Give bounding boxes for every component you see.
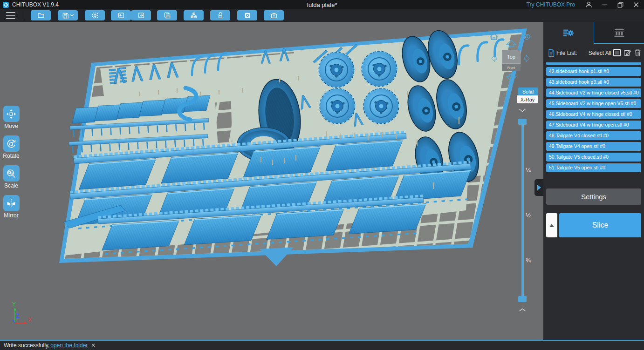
toolbox-button[interactable] — [264, 10, 284, 20]
file-item[interactable]: 48.Tailgate V4 closed.stl #0 — [546, 131, 641, 140]
status-close-icon[interactable]: ✕ — [91, 342, 96, 349]
arrange-icon — [190, 12, 198, 19]
capture-button[interactable] — [85, 10, 105, 20]
tab-supports[interactable] — [594, 22, 644, 44]
close-icon — [633, 2, 639, 7]
undo-button[interactable] — [111, 10, 131, 20]
chevron-down-icon — [519, 108, 526, 112]
settings-list-icon — [563, 28, 574, 38]
view-down-arrow[interactable] — [506, 74, 517, 82]
file-item[interactable]: 43.sideboard hook p3.stl #0 — [546, 78, 641, 87]
tool-rotate-label: Rotate — [1, 153, 21, 159]
file-item[interactable]: 44.Sideboard V2 w hinge closed v5.stl #0 — [546, 88, 641, 97]
file-item[interactable]: 45.Sideboard V2 w hinge open V5.stl #0 — [546, 99, 641, 108]
panel-collapse-button[interactable] — [534, 179, 543, 196]
view-up-arrow[interactable] — [506, 40, 517, 47]
redo-icon — [137, 12, 145, 19]
mirror-icon — [6, 198, 16, 209]
tool-scale[interactable]: Scale — [1, 165, 21, 189]
close-button[interactable] — [628, 0, 644, 9]
file-item-partial[interactable] — [546, 62, 641, 65]
tab-prepare-settings[interactable] — [543, 22, 594, 44]
open-file-button[interactable] — [31, 10, 51, 20]
delete-button[interactable] — [634, 49, 641, 57]
arrow-down-icon — [506, 74, 517, 82]
file-item[interactable]: 49.Tailgate V4 open.stl #0 — [546, 142, 641, 151]
view-cube-top-face[interactable]: Top — [502, 50, 521, 64]
screenshot-icon — [91, 12, 99, 19]
select-all-checkbox[interactable] — [613, 49, 621, 56]
account-button[interactable] — [581, 0, 596, 9]
file-item[interactable]: 47.Sideboard V4 w hinge open.stl #0 — [546, 121, 641, 129]
app-title: CHITUBOX V1.9.4 — [12, 1, 59, 8]
open-folder-link[interactable]: open the folder — [50, 342, 88, 349]
trash-icon — [634, 49, 641, 57]
file-item[interactable]: 50.Tailgate V5 closed.stl #0 — [546, 153, 641, 162]
home-icon — [489, 33, 499, 40]
file-list-icon — [548, 49, 555, 57]
chevron-up-icon — [519, 308, 526, 312]
tool-rotate[interactable]: Rotate — [1, 135, 21, 159]
axis-indicator: Y Z X — [7, 300, 40, 326]
slider-mark-half: ½ — [526, 212, 531, 219]
rename-button[interactable] — [623, 49, 631, 57]
resin-settings-button[interactable] — [210, 10, 230, 20]
scale-icon — [6, 168, 16, 179]
triangle-up-icon — [549, 224, 554, 227]
undo-icon — [117, 12, 125, 19]
minimize-icon — [602, 2, 607, 7]
slice-button[interactable]: Slice — [559, 213, 641, 237]
select-all-label: Select All — [589, 50, 611, 56]
rotate-icon — [6, 139, 16, 149]
save-button[interactable] — [58, 10, 78, 20]
clip-slider-track[interactable] — [521, 121, 524, 299]
view-right-arrow[interactable] — [525, 54, 533, 66]
file-item[interactable]: 46.Sideboard V4 w hinge closed.stl #0 — [546, 110, 641, 119]
supports-pillars-icon — [613, 27, 625, 38]
file-item[interactable]: 51.Tailgate V5 open.stl #0 — [546, 163, 641, 172]
machine-settings-button[interactable] — [237, 10, 257, 20]
home-view-button[interactable] — [489, 33, 499, 40]
arrow-right-icon — [521, 54, 533, 62]
view-left-arrow[interactable] — [488, 54, 496, 66]
move-icon — [6, 109, 16, 119]
axis-x-label: X — [28, 316, 32, 323]
clip-up-button[interactable] — [519, 108, 526, 112]
toolbox-icon — [270, 12, 278, 19]
clone-button[interactable] — [157, 10, 177, 20]
file-item[interactable]: 42.sideboard hook p1.stl #0 — [546, 67, 641, 76]
tool-scale-label: Scale — [1, 182, 21, 189]
render-mode-xray[interactable]: X-Ray — [517, 95, 538, 103]
slider-mark-three-quarter: ¾ — [526, 257, 531, 264]
person-icon — [585, 1, 593, 8]
arrow-up-icon — [506, 40, 517, 47]
settings-button[interactable]: Settings — [546, 188, 641, 205]
chevron-down-icon — [70, 13, 74, 17]
edit-icon — [623, 49, 631, 57]
render-mode-solid[interactable]: Solid — [518, 88, 538, 95]
try-chitubox-pro-link[interactable]: Try CHITUBOX Pro — [527, 1, 575, 8]
auto-arrange-button[interactable] — [184, 10, 204, 20]
clip-down-button[interactable] — [519, 308, 526, 312]
minimize-button[interactable] — [596, 0, 612, 9]
slice-options-button[interactable] — [546, 213, 557, 237]
clip-slider-handle-top[interactable] — [518, 119, 527, 125]
folder-open-icon — [37, 12, 45, 19]
perspective-toggle-button[interactable] — [522, 34, 531, 40]
clip-slider-handle-bottom[interactable] — [518, 296, 527, 302]
tool-mirror-label: Mirror — [1, 212, 21, 219]
file-list-header: File List: Select All — [543, 44, 644, 62]
viewport-canvas[interactable] — [0, 22, 543, 340]
eye-icon — [522, 34, 531, 40]
triangle-right-icon — [537, 185, 541, 190]
view-cube-front-face[interactable]: Front — [502, 64, 521, 71]
restore-button[interactable] — [612, 0, 628, 9]
panel-tabs — [543, 22, 644, 44]
projector-icon — [244, 12, 251, 19]
redo-button[interactable] — [131, 10, 151, 20]
right-panel: File List: Select All 42.sideboard hook … — [543, 22, 644, 340]
tool-move[interactable]: Move — [1, 106, 21, 129]
menu-button[interactable] — [6, 12, 15, 19]
tool-mirror[interactable]: Mirror — [1, 195, 21, 219]
view-cube[interactable]: Top Front — [502, 50, 521, 72]
